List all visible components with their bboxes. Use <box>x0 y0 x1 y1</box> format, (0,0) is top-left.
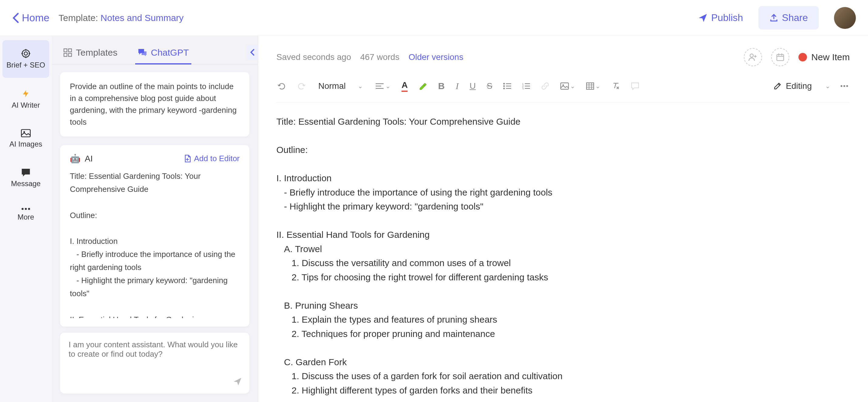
nav-message[interactable]: Message <box>2 159 49 196</box>
svg-rect-7 <box>64 49 67 52</box>
editor-header: Saved seconds ago 467 words Older versio… <box>276 48 850 66</box>
svg-text:3: 3 <box>522 87 524 89</box>
paper-plane-icon <box>233 377 242 386</box>
chat-bubbles-icon <box>137 48 147 57</box>
svg-rect-10 <box>69 54 72 57</box>
italic-button[interactable]: I <box>454 80 460 92</box>
calendar-icon <box>776 53 785 62</box>
home-link[interactable]: Home <box>12 12 50 24</box>
svg-point-11 <box>750 54 753 57</box>
word-count: 467 words <box>360 52 399 62</box>
bolt-icon <box>22 89 30 98</box>
upload-icon <box>769 13 778 23</box>
older-versions-link[interactable]: Older versions <box>408 52 463 62</box>
add-collaborator-button[interactable] <box>744 48 762 66</box>
collapse-sidebar-button[interactable] <box>246 45 258 60</box>
svg-rect-12 <box>777 54 784 60</box>
svg-rect-8 <box>69 49 72 52</box>
svg-point-22 <box>841 85 842 87</box>
user-prompt: Provide an outline of the main points to… <box>60 72 249 137</box>
pencil-icon <box>774 82 781 90</box>
target-icon <box>21 49 31 58</box>
document-add-icon <box>184 155 191 163</box>
more-options-button[interactable] <box>839 84 850 88</box>
chevron-down-icon: ⌄ <box>825 82 830 90</box>
share-button[interactable]: Share <box>758 6 819 29</box>
comment-button[interactable] <box>629 81 641 91</box>
svg-point-6 <box>28 208 30 210</box>
svg-point-15 <box>503 88 505 89</box>
nav-more[interactable]: More <box>2 199 49 230</box>
bold-button[interactable]: B <box>437 80 446 92</box>
link-button[interactable] <box>540 81 551 91</box>
chevron-down-icon: ⌄ <box>385 82 391 90</box>
svg-point-4 <box>22 208 24 210</box>
left-nav: Brief + SEO AI Writer AI Images Message <box>0 36 52 402</box>
chat-input-container <box>60 333 249 394</box>
svg-point-0 <box>22 50 29 57</box>
document-content[interactable]: Title: Essential Gardening Tools: Your C… <box>276 112 850 402</box>
chevron-left-icon <box>250 49 255 56</box>
send-icon <box>698 13 708 23</box>
numbered-list-button[interactable]: 123 <box>521 82 531 91</box>
editor-area: Saved seconds ago 467 words Older versio… <box>258 36 868 402</box>
svg-point-24 <box>846 85 848 87</box>
chevron-down-icon: ⌄ <box>595 82 600 90</box>
ai-response-text: Title: Essential Gardening Tools: Your C… <box>70 170 240 318</box>
svg-rect-19 <box>561 83 568 89</box>
svg-rect-21 <box>586 83 594 89</box>
svg-rect-2 <box>21 130 30 137</box>
underline-button[interactable]: U <box>468 80 477 92</box>
nav-brief-seo[interactable]: Brief + SEO <box>2 40 49 78</box>
redo-button[interactable] <box>296 81 307 91</box>
add-date-button[interactable] <box>771 48 789 66</box>
bullet-list-button[interactable] <box>502 82 513 91</box>
send-button[interactable] <box>233 377 242 386</box>
avatar[interactable] <box>834 7 856 29</box>
strikethrough-button[interactable]: S <box>485 80 494 92</box>
clear-format-button[interactable] <box>610 81 621 91</box>
more-icon <box>21 207 31 210</box>
sidebar-tabs: Templates ChatGPT <box>52 36 258 65</box>
svg-point-14 <box>503 85 505 87</box>
robot-icon: 🤖 <box>70 153 81 164</box>
ai-label: 🤖 AI <box>70 153 93 164</box>
image-button[interactable]: ⌄ <box>559 81 577 91</box>
svg-point-5 <box>25 208 27 210</box>
templates-icon <box>63 48 72 57</box>
align-button[interactable]: ⌄ <box>374 81 392 91</box>
svg-point-23 <box>843 85 845 87</box>
publish-button[interactable]: Publish <box>692 9 749 26</box>
svg-rect-9 <box>64 54 67 57</box>
template-name[interactable]: Notes and Summary <box>100 13 183 23</box>
status-new-item[interactable]: New Item <box>799 52 850 62</box>
highlight-button[interactable] <box>417 81 428 91</box>
nav-ai-images[interactable]: AI Images <box>2 120 49 157</box>
svg-point-13 <box>503 83 505 85</box>
home-label: Home <box>22 12 50 24</box>
text-style-select[interactable]: Normal ⌄ <box>315 81 366 91</box>
add-to-editor-button[interactable]: Add to Editor <box>184 154 240 163</box>
user-plus-icon <box>748 53 758 62</box>
chevron-down-icon: ⌄ <box>570 82 575 90</box>
image-icon <box>21 129 31 138</box>
saved-status: Saved seconds ago <box>276 52 351 62</box>
status-dot-icon <box>799 53 807 61</box>
tab-templates[interactable]: Templates <box>61 42 120 64</box>
sidebar: Templates ChatGPT Provide an outline of … <box>52 36 258 402</box>
editing-mode-select[interactable]: Editing ⌄ <box>774 81 830 91</box>
ai-response: 🤖 AI Add to Editor Title: Essential Gard… <box>60 145 249 326</box>
template-label: Template: Notes and Summary <box>59 13 184 23</box>
svg-point-1 <box>24 52 28 55</box>
chevron-down-icon: ⌄ <box>358 82 363 90</box>
toolbar: Normal ⌄ ⌄ A B I U S 123 <box>276 76 850 103</box>
topbar: Home Template: Notes and Summary Publish… <box>0 0 868 36</box>
chevron-left-icon <box>12 12 20 23</box>
chat-icon <box>21 168 31 177</box>
chat-input[interactable] <box>69 340 241 359</box>
nav-ai-writer[interactable]: AI Writer <box>2 80 49 118</box>
tab-chatgpt[interactable]: ChatGPT <box>135 42 191 64</box>
text-color-button[interactable]: A <box>400 79 409 93</box>
undo-button[interactable] <box>276 81 287 91</box>
table-button[interactable]: ⌄ <box>585 81 602 91</box>
